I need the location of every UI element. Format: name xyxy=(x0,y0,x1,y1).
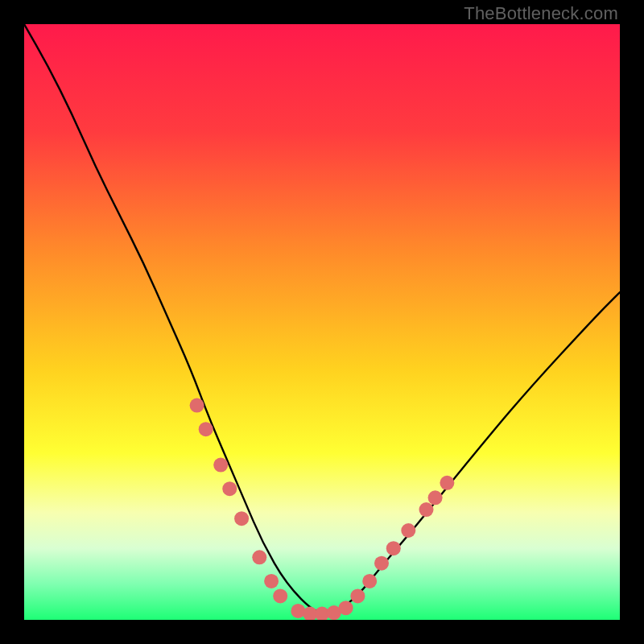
curve-marker xyxy=(428,490,443,505)
curve-marker xyxy=(362,574,377,588)
curve-marker xyxy=(386,541,401,555)
curve-marker xyxy=(199,422,213,436)
curve-marker xyxy=(401,523,415,538)
curve-marker xyxy=(264,574,279,588)
curve-marker xyxy=(190,398,204,413)
gradient-background xyxy=(24,24,620,620)
watermark-text: TheBottleneck.com xyxy=(464,3,618,24)
chart-frame: TheBottleneck.com xyxy=(0,0,644,644)
curve-marker xyxy=(222,481,237,496)
curve-marker xyxy=(374,556,389,571)
curve-marker xyxy=(234,511,249,526)
curve-marker xyxy=(339,601,353,615)
curve-marker xyxy=(252,550,266,564)
curve-marker xyxy=(213,458,228,473)
curve-marker xyxy=(273,588,287,603)
bottleneck-chart xyxy=(24,24,620,620)
curve-marker xyxy=(350,588,365,603)
curve-marker xyxy=(440,476,454,490)
curve-marker xyxy=(419,502,434,517)
plot-area xyxy=(24,24,620,620)
